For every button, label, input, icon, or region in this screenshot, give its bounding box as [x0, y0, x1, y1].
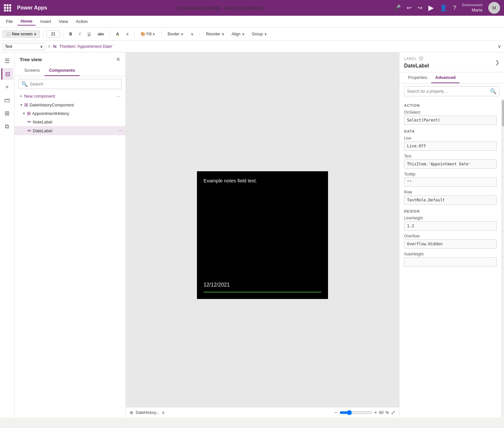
prop-autoheight-label: AutoHeight — [404, 252, 497, 256]
item-dots-button[interactable]: ··· — [119, 128, 123, 134]
scrollbar-thumb[interactable] — [502, 100, 504, 126]
add-screen-icon[interactable]: + — [1, 81, 13, 93]
avatar[interactable]: M — [488, 2, 500, 14]
tree-tabs: Screens Components — [14, 65, 126, 76]
formula-expand-icon[interactable]: ∨ — [497, 43, 501, 49]
prop-text-value[interactable]: ThisItem.'Appointment Date' — [404, 159, 497, 169]
menu-action[interactable]: Action — [73, 18, 91, 25]
menu-view[interactable]: View — [56, 18, 71, 25]
bold-button[interactable]: B — [67, 30, 75, 38]
canvas-area: Example notes field text. 12/12/2021 ⊞ D… — [126, 52, 399, 418]
dropdown-button[interactable]: ∨ — [188, 30, 196, 38]
run-icon[interactable]: ▶ — [428, 4, 434, 12]
media-icon[interactable]: ⊞ — [1, 107, 13, 119]
chevron-icon: ▼ — [22, 112, 26, 115]
tree-close-button[interactable]: ✕ — [116, 56, 120, 63]
menu-insert[interactable]: Insert — [37, 18, 54, 25]
prop-lineheight-value[interactable]: 1.2 — [404, 221, 497, 231]
tab-components[interactable]: Components — [45, 65, 80, 76]
tab-advanced[interactable]: Advanced — [431, 72, 459, 83]
waffle-icon[interactable] — [4, 4, 11, 11]
prop-overflow: Overflow Overflow.Hidden — [404, 234, 497, 249]
right-scrollbar[interactable] — [501, 99, 504, 418]
font-color-icon: A — [116, 32, 119, 36]
divider-2 — [63, 30, 63, 38]
user-icon[interactable]: 👤 — [440, 4, 447, 11]
border-chevron: ∨ — [181, 32, 184, 36]
tree-search-container: 🔍 — [14, 76, 126, 92]
tree-item-DateLabel[interactable]: ✏ DateLabel ··· — [14, 126, 126, 135]
plus-icon: + — [20, 94, 22, 99]
strikethrough-button[interactable]: abc — [95, 30, 107, 38]
font-size-input[interactable] — [47, 30, 60, 38]
components-icon[interactable]: ⧉ — [1, 121, 13, 132]
prop-role: Role TextRole.Default — [404, 190, 497, 205]
toolbar: ⬜ New screen ∨ B I U abc A ≡ 🎨 Fill ∨ Bo… — [0, 28, 504, 41]
app-name: Power Apps — [17, 5, 47, 11]
zoom-in-button[interactable]: + — [374, 410, 377, 416]
prop-live-value[interactable]: Live.Off — [404, 141, 497, 151]
prop-role-value[interactable]: TextRole.Default — [404, 195, 497, 205]
tree-item-label: AppointmentHistory — [32, 111, 69, 116]
data-icon[interactable]: 🗃 — [1, 94, 13, 106]
menu-toggle-icon[interactable]: ☰ — [1, 55, 13, 67]
new-component-dots[interactable]: ··· — [117, 94, 120, 99]
prop-autoheight: AutoHeight — [404, 252, 497, 267]
environment-label: Environment — [462, 3, 482, 7]
align-button[interactable]: ≡ — [124, 30, 131, 38]
tab-screens[interactable]: Screens — [20, 65, 45, 76]
canvas-tab-label: DateHistory... — [136, 410, 159, 415]
formula-input[interactable] — [59, 44, 495, 49]
border-button[interactable]: Border ∨ — [165, 30, 186, 38]
top-bar: Power Apps VanArsdelAppWithEdit - Saved … — [0, 0, 504, 16]
layers-icon[interactable]: ⊟ — [1, 68, 13, 80]
tree-title: Tree view — [20, 57, 42, 62]
undo-icon[interactable]: ↩ — [407, 4, 412, 11]
italic-button[interactable]: I — [77, 30, 83, 38]
property-dropdown[interactable]: Text ∨ — [3, 43, 45, 50]
menu-bar: File Home Insert View Action — [0, 16, 504, 28]
prop-overflow-label: Overflow — [404, 234, 497, 238]
help-circle-icon[interactable]: ⓪ — [419, 56, 423, 62]
tree-item-NoteLabel[interactable]: ✏ NoteLabel — [14, 118, 126, 126]
section-data: DATA — [404, 129, 497, 133]
zoom-out-button[interactable]: − — [334, 410, 337, 416]
canvas-tab-chevron[interactable]: ∨ — [162, 410, 165, 415]
group-button[interactable]: Group ∨ — [249, 30, 270, 38]
underline-button[interactable]: U — [85, 30, 93, 38]
prop-onselect-value[interactable]: Select(Parent) — [404, 116, 497, 125]
property-search-input[interactable] — [407, 89, 490, 94]
new-screen-button[interactable]: ⬜ New screen ∨ — [3, 30, 40, 38]
right-panel-header: LABEL ⓪ DateLabel ❯ — [399, 52, 504, 72]
redo-icon[interactable]: ↪ — [417, 4, 422, 11]
menu-file[interactable]: File — [3, 18, 16, 25]
label-icon: ✏ — [28, 119, 31, 124]
environment-info: Environment Maria — [462, 3, 482, 13]
microphone-icon[interactable]: 🎤 — [394, 4, 401, 11]
tab-properties[interactable]: Properties — [404, 72, 431, 83]
prop-overflow-value[interactable]: Overflow.Hidden — [404, 239, 497, 249]
fill-chevron: ∨ — [152, 32, 155, 36]
fx-button[interactable]: fx — [53, 44, 57, 49]
formula-bar: Text ∨ = fx ∨ — [0, 41, 504, 52]
divider-4 — [134, 30, 135, 38]
font-color-button[interactable]: A — [113, 30, 122, 38]
reorder-button[interactable]: Reorder ∨ — [203, 30, 227, 38]
new-component-button[interactable]: + New component ··· — [14, 92, 126, 101]
prop-tooltip: Tooltip "" — [404, 172, 497, 187]
property-search-icon: 🔍 — [490, 88, 496, 94]
menu-home[interactable]: Home — [17, 17, 36, 26]
prop-onselect-label: OnSelect — [404, 110, 497, 115]
tree-item-DateHistoryComponent[interactable]: ▼ ⊞ DateHistoryComponent — [14, 101, 126, 109]
fit-screen-button[interactable]: ⤢ — [391, 409, 395, 416]
align-btn[interactable]: Align ∨ — [229, 30, 247, 38]
panel-expand-icon[interactable]: ❯ — [495, 59, 499, 65]
zoom-slider[interactable] — [339, 410, 372, 415]
tree-item-AppointmentHistory[interactable]: ▼ ⊞ AppointmentHistory — [14, 109, 126, 118]
right-panel: LABEL ⓪ DateLabel ❯ Properties Advanced … — [399, 52, 504, 418]
fill-button[interactable]: 🎨 Fill ∨ — [138, 30, 158, 38]
help-icon[interactable]: ? — [453, 5, 456, 11]
search-input[interactable] — [30, 82, 119, 86]
prop-tooltip-value[interactable]: "" — [404, 177, 497, 187]
prop-autoheight-value[interactable] — [404, 257, 497, 267]
